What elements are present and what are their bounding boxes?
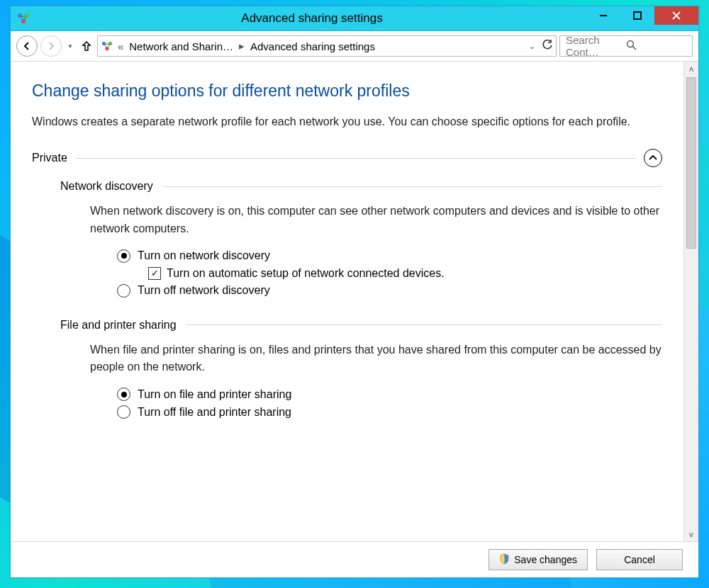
radio-icon (117, 249, 130, 263)
chevron-right-icon: ▸ (238, 40, 246, 52)
breadcrumb-prefix: « (116, 40, 125, 52)
button-label: Save changes (514, 554, 577, 565)
svg-point-10 (102, 42, 106, 45)
profile-name: Private (32, 152, 67, 164)
nav-history-dropdown[interactable]: ▼ (65, 43, 76, 50)
profile-header[interactable]: Private (32, 149, 662, 167)
nav-back-button[interactable] (16, 35, 38, 57)
address-dropdown-icon[interactable]: ⌄ (529, 42, 535, 51)
radio-network-discovery-off[interactable]: Turn off network discovery (117, 284, 662, 298)
address-bar[interactable]: « Network and Sharin… ▸ Advanced sharing… (97, 35, 557, 57)
radio-label: Turn off network discovery (138, 284, 270, 297)
radio-icon (117, 388, 130, 401)
radio-network-discovery-on[interactable]: Turn on network discovery (117, 249, 662, 263)
nav-up-button[interactable] (79, 36, 94, 56)
navbar: ▼ « Network and Sharin… ▸ Advanced shari… (11, 31, 698, 62)
breadcrumb-item[interactable]: Advanced sharing settings (249, 40, 376, 52)
scrollbar[interactable]: ʌ v (683, 62, 698, 541)
minimize-button[interactable] (586, 6, 620, 25)
search-icon (626, 40, 686, 52)
scroll-down-button[interactable]: v (684, 527, 698, 541)
network-discovery-section: Network discovery When network discovery… (60, 180, 662, 298)
search-input[interactable]: Search Cont… (559, 35, 693, 57)
content-scroll: Change sharing options for different net… (11, 62, 683, 541)
radio-icon (117, 405, 130, 419)
section-title: File and printer sharing (60, 319, 177, 332)
checkbox-auto-setup[interactable]: Turn on automatic setup of network conne… (148, 267, 662, 280)
file-sharing-section: File and printer sharing When file and p… (60, 319, 662, 419)
scroll-thumb[interactable] (686, 77, 696, 249)
section-title: Network discovery (60, 180, 153, 193)
network-icon (16, 12, 30, 25)
svg-line-4 (21, 17, 23, 20)
divider (186, 324, 662, 325)
content-area: Change sharing options for different net… (11, 62, 698, 541)
checkbox-label: Turn on automatic setup of network conne… (167, 267, 445, 280)
caption-buttons (586, 6, 698, 30)
radio-file-sharing-on[interactable]: Turn on file and printer sharing (117, 388, 662, 401)
svg-point-2 (21, 19, 26, 23)
svg-point-0 (18, 13, 22, 18)
page-intro: Windows creates a separate network profi… (32, 113, 662, 130)
radio-file-sharing-off[interactable]: Turn off file and printer sharing (117, 405, 662, 419)
window: Advanced sharing settings ▼ (10, 6, 699, 578)
button-label: Cancel (624, 554, 655, 565)
section-description: When file and printer sharing is on, fil… (90, 341, 662, 377)
collapse-button[interactable] (644, 149, 662, 167)
refresh-button[interactable] (542, 40, 553, 52)
svg-line-17 (633, 47, 637, 50)
scroll-up-button[interactable]: ʌ (684, 62, 698, 76)
page-title: Change sharing options for different net… (32, 81, 662, 101)
radio-label: Turn on file and printer sharing (138, 388, 291, 401)
network-icon (101, 40, 113, 52)
svg-point-16 (627, 41, 634, 47)
save-changes-button[interactable]: Save changes (489, 549, 588, 570)
titlebar: Advanced sharing settings (11, 6, 698, 31)
svg-point-12 (105, 47, 108, 50)
svg-line-14 (104, 45, 106, 47)
cancel-button[interactable]: Cancel (596, 549, 683, 570)
radio-icon (117, 284, 130, 298)
shield-icon (499, 553, 510, 567)
footer: Save changes Cancel (11, 541, 698, 577)
checkbox-icon (148, 267, 161, 280)
section-description: When network discovery is on, this compu… (90, 203, 662, 238)
maximize-button[interactable] (620, 6, 654, 25)
close-button[interactable] (654, 6, 698, 25)
radio-label: Turn on network discovery (138, 249, 270, 262)
svg-point-11 (108, 42, 112, 45)
search-placeholder: Search Cont… (566, 34, 626, 58)
svg-line-15 (108, 45, 110, 47)
svg-line-5 (24, 17, 26, 20)
radio-label: Turn off file and printer sharing (138, 406, 291, 419)
window-title: Advanced sharing settings (38, 11, 586, 26)
breadcrumb-item[interactable]: Network and Sharin… (128, 40, 235, 52)
svg-point-1 (25, 13, 29, 18)
svg-rect-7 (634, 12, 641, 19)
divider (163, 186, 662, 187)
divider (76, 158, 635, 159)
nav-forward-button[interactable] (40, 35, 62, 57)
